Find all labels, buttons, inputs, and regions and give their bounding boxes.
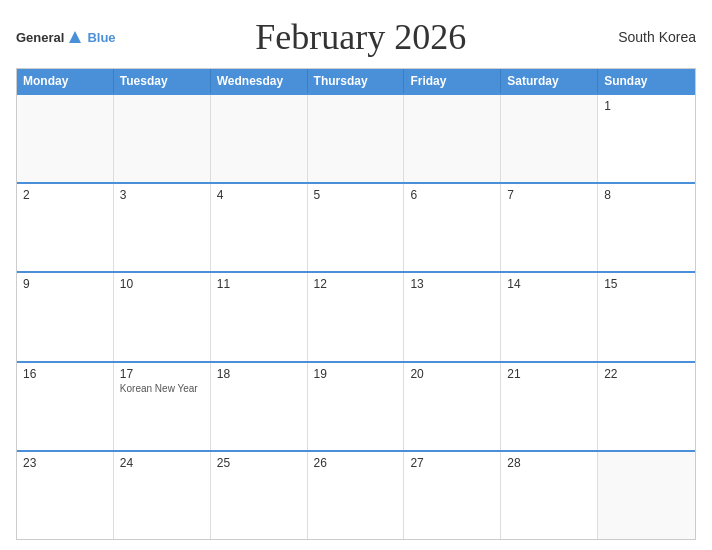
header: General Blue February 2026 South Korea	[16, 16, 696, 58]
cal-cell: 26	[308, 452, 405, 539]
calendar: MondayTuesdayWednesdayThursdayFridaySatu…	[16, 68, 696, 540]
week-2: 2345678	[17, 182, 695, 271]
cal-cell: 13	[404, 273, 501, 360]
calendar-header: MondayTuesdayWednesdayThursdayFridaySatu…	[17, 69, 695, 93]
cal-cell: 1	[598, 95, 695, 182]
cal-cell: 24	[114, 452, 211, 539]
calendar-event: Korean New Year	[120, 383, 204, 394]
day-number: 2	[23, 188, 107, 202]
cal-cell: 23	[17, 452, 114, 539]
cal-cell: 5	[308, 184, 405, 271]
week-3: 9101112131415	[17, 271, 695, 360]
day-number: 20	[410, 367, 494, 381]
cal-cell: 3	[114, 184, 211, 271]
page: General Blue February 2026 South Korea M…	[0, 0, 712, 550]
day-number: 28	[507, 456, 591, 470]
cal-cell: 15	[598, 273, 695, 360]
logo-icon	[67, 29, 83, 45]
day-number: 27	[410, 456, 494, 470]
cal-cell: 27	[404, 452, 501, 539]
cal-cell: 28	[501, 452, 598, 539]
calendar-body: 1234567891011121314151617Korean New Year…	[17, 93, 695, 539]
logo: General Blue	[16, 28, 116, 46]
cal-cell: 18	[211, 363, 308, 450]
day-header-wednesday: Wednesday	[211, 69, 308, 93]
day-number: 1	[604, 99, 689, 113]
cal-cell	[404, 95, 501, 182]
day-number: 25	[217, 456, 301, 470]
day-number: 8	[604, 188, 689, 202]
month-title: February 2026	[116, 16, 606, 58]
day-number: 4	[217, 188, 301, 202]
day-header-sunday: Sunday	[598, 69, 695, 93]
logo-general-text: General	[16, 30, 64, 45]
cal-cell	[308, 95, 405, 182]
day-number: 14	[507, 277, 591, 291]
cal-cell	[114, 95, 211, 182]
day-header-thursday: Thursday	[308, 69, 405, 93]
day-number: 6	[410, 188, 494, 202]
day-number: 22	[604, 367, 689, 381]
cal-cell	[598, 452, 695, 539]
cal-cell	[17, 95, 114, 182]
cal-cell: 20	[404, 363, 501, 450]
day-number: 21	[507, 367, 591, 381]
day-header-saturday: Saturday	[501, 69, 598, 93]
day-number: 11	[217, 277, 301, 291]
cal-cell: 16	[17, 363, 114, 450]
country-label: South Korea	[606, 29, 696, 45]
day-number: 18	[217, 367, 301, 381]
day-number: 16	[23, 367, 107, 381]
svg-marker-0	[69, 31, 81, 43]
logo-blue-text: Blue	[87, 30, 115, 45]
day-number: 13	[410, 277, 494, 291]
day-number: 7	[507, 188, 591, 202]
day-number: 15	[604, 277, 689, 291]
cal-cell	[501, 95, 598, 182]
day-number: 10	[120, 277, 204, 291]
cal-cell: 4	[211, 184, 308, 271]
cal-cell: 14	[501, 273, 598, 360]
week-4: 1617Korean New Year1819202122	[17, 361, 695, 450]
day-number: 19	[314, 367, 398, 381]
cal-cell: 22	[598, 363, 695, 450]
day-number: 23	[23, 456, 107, 470]
day-number: 5	[314, 188, 398, 202]
cal-cell: 21	[501, 363, 598, 450]
day-number: 24	[120, 456, 204, 470]
day-number: 26	[314, 456, 398, 470]
week-5: 232425262728	[17, 450, 695, 539]
cal-cell: 12	[308, 273, 405, 360]
cal-cell: 7	[501, 184, 598, 271]
cal-cell: 6	[404, 184, 501, 271]
cal-cell: 17Korean New Year	[114, 363, 211, 450]
day-number: 12	[314, 277, 398, 291]
cal-cell: 2	[17, 184, 114, 271]
day-header-friday: Friday	[404, 69, 501, 93]
day-number: 3	[120, 188, 204, 202]
day-number: 9	[23, 277, 107, 291]
cal-cell: 11	[211, 273, 308, 360]
cal-cell: 25	[211, 452, 308, 539]
week-1: 1	[17, 93, 695, 182]
cal-cell	[211, 95, 308, 182]
day-header-tuesday: Tuesday	[114, 69, 211, 93]
cal-cell: 10	[114, 273, 211, 360]
cal-cell: 8	[598, 184, 695, 271]
day-header-monday: Monday	[17, 69, 114, 93]
cal-cell: 9	[17, 273, 114, 360]
cal-cell: 19	[308, 363, 405, 450]
day-number: 17	[120, 367, 204, 381]
